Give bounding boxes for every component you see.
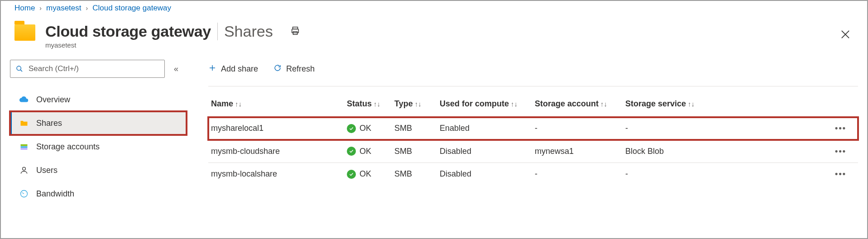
cell-compute: Enabled [437, 117, 532, 140]
cell-account: - [532, 163, 623, 186]
sidebar-item-shares[interactable]: Shares [10, 111, 187, 135]
sort-icon: ↑↓ [599, 100, 607, 108]
user-icon [19, 165, 29, 175]
shares-table: Name↑↓ Status↑↓ Type↑↓ Used for compute↑… [208, 92, 858, 186]
sidebar-item-label: Shares [36, 119, 62, 128]
add-share-label: Add share [221, 64, 258, 74]
sort-icon: ↑↓ [686, 100, 695, 108]
svg-point-5 [17, 66, 21, 70]
sidebar-item-storage-accounts[interactable]: Storage accounts [10, 135, 187, 158]
sidebar-item-overview[interactable]: Overview [10, 88, 187, 111]
sort-icon: ↑↓ [233, 100, 242, 108]
cell-type: SMB [392, 117, 437, 140]
cell-service: - [623, 163, 713, 186]
cell-status: OK [344, 163, 392, 186]
folder-icon [19, 118, 29, 128]
chevron-right-icon: › [86, 5, 88, 12]
cell-name[interactable]: mysmb-cloudshare [208, 140, 344, 163]
row-context-menu[interactable]: ••• [713, 140, 858, 163]
sort-icon: ↑↓ [372, 100, 380, 108]
status-ok-icon [347, 147, 356, 156]
toolbar: Add share Refresh [208, 60, 858, 78]
table-row[interactable]: mysmb-localshareOKSMBDisabled--••• [208, 163, 858, 186]
print-icon[interactable] [290, 26, 300, 38]
col-account[interactable]: Storage account↑↓ [532, 92, 623, 117]
svg-point-10 [23, 167, 26, 170]
cell-account: mynewsa1 [532, 140, 623, 163]
refresh-label: Refresh [286, 64, 315, 74]
chevron-right-icon: › [39, 5, 42, 12]
sidebar-item-label: Overview [36, 95, 70, 105]
page-title: Cloud storage gateway [45, 23, 211, 40]
cell-service: Block Blob [623, 140, 713, 163]
sort-icon: ↑↓ [413, 100, 422, 108]
cell-name[interactable]: mysmb-localshare [208, 163, 344, 186]
row-context-menu[interactable]: ••• [713, 117, 858, 140]
cell-compute: Disabled [437, 140, 532, 163]
divider [208, 86, 858, 86]
sidebar-item-label: Bandwidth [36, 189, 74, 199]
col-status[interactable]: Status↑↓ [344, 92, 392, 117]
cell-status: OK [344, 117, 392, 140]
cell-account: - [532, 117, 623, 140]
col-compute[interactable]: Used for compute↑↓ [437, 92, 532, 117]
refresh-icon [273, 64, 282, 74]
breadcrumb-blade[interactable]: Cloud storage gateway [92, 4, 171, 13]
status-ok-icon [347, 124, 356, 133]
breadcrumb-home[interactable]: Home [14, 4, 35, 13]
breadcrumb-resource[interactable]: myasetest [46, 4, 81, 13]
table-row[interactable]: mysharelocal1OKSMBEnabled--••• [208, 117, 858, 140]
breadcrumb: Home › myasetest › Cloud storage gateway [1, 1, 867, 14]
search-input[interactable] [28, 64, 159, 74]
sidebar-item-bandwidth[interactable]: Bandwidth [10, 182, 187, 206]
page-section: Shares [217, 23, 273, 40]
row-context-menu[interactable]: ••• [713, 163, 858, 186]
status-ok-icon [347, 170, 356, 179]
col-name[interactable]: Name↑↓ [208, 92, 344, 117]
table-row[interactable]: mysmb-cloudshareOKSMBDisabledmynewsa1Blo… [208, 140, 858, 163]
cell-status: OK [344, 140, 392, 163]
cell-service: - [623, 117, 713, 140]
svg-line-6 [20, 70, 22, 72]
cloud-icon [19, 95, 29, 105]
resource-name: myasetest [45, 41, 300, 49]
col-service[interactable]: Storage service↑↓ [623, 92, 713, 117]
cell-name[interactable]: mysharelocal1 [208, 117, 344, 140]
sidebar-item-label: Users [36, 166, 58, 175]
sidebar-item-label: Storage accounts [36, 142, 100, 152]
svg-rect-8 [21, 146, 28, 148]
add-share-button[interactable]: Add share [208, 64, 258, 74]
sort-icon: ↑↓ [509, 100, 518, 108]
sidebar-search[interactable] [10, 60, 165, 78]
svg-rect-9 [21, 148, 28, 149]
sidebar-item-users[interactable]: Users [10, 158, 187, 182]
refresh-button[interactable]: Refresh [273, 64, 315, 74]
col-type[interactable]: Type↑↓ [392, 92, 437, 117]
cell-compute: Disabled [437, 163, 532, 186]
cell-type: SMB [392, 140, 437, 163]
svg-rect-7 [21, 144, 28, 146]
cell-type: SMB [392, 163, 437, 186]
gauge-icon [19, 189, 29, 199]
storage-icon [19, 142, 29, 152]
search-icon [16, 65, 23, 72]
plus-icon [208, 64, 216, 74]
collapse-sidebar-icon[interactable]: « [174, 64, 178, 74]
folder-icon [14, 24, 35, 41]
sidebar-nav: Overview Shares Storage accounts [10, 88, 187, 206]
close-icon[interactable] [839, 28, 852, 41]
